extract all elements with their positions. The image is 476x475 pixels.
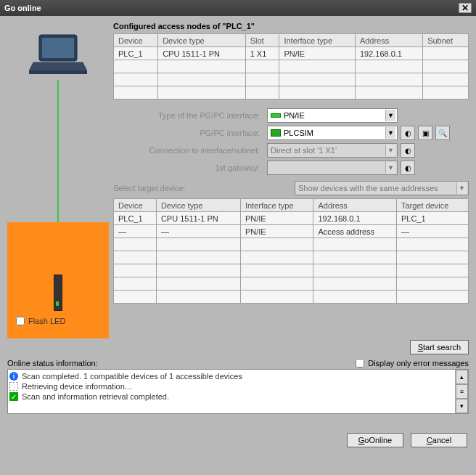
th-address: Address <box>313 199 396 212</box>
target-devices-table: Device Device type Interface type Addres… <box>113 198 469 304</box>
flash-led-input[interactable] <box>16 317 25 325</box>
plc-module-icon <box>54 275 62 311</box>
table-row <box>114 86 469 100</box>
type-interface-label: Type of the PG/PC interface: <box>113 111 264 120</box>
svg-rect-2 <box>29 71 87 74</box>
table-row <box>114 73 469 86</box>
status-message: Retrieving device information... <box>9 381 454 391</box>
table-row[interactable]: PLC_1 CPU 1511-1 PN PN/IE 192.168.0.1 PL… <box>114 212 469 225</box>
cancel-button[interactable]: Cancel <box>411 433 467 447</box>
th-subnet: Subnet <box>423 34 469 47</box>
th-interface-type: Interface type <box>240 199 313 212</box>
status-label: Online status information: <box>7 359 98 368</box>
th-address: Address <box>355 34 422 47</box>
svg-rect-1 <box>42 38 74 58</box>
check-icon: ✓ <box>9 392 18 401</box>
connection-label: Connection to interface/subnet: <box>113 146 264 155</box>
gateway-label: 1st gateway: <box>113 163 264 172</box>
table-row <box>114 291 469 304</box>
table-row <box>114 277 469 291</box>
scroll-options-button[interactable]: ≡ <box>456 384 468 399</box>
properties-icon[interactable]: ▣ <box>418 126 432 140</box>
pgpc-interface-select[interactable]: PLCSIM ▼ <box>267 126 398 140</box>
table-row <box>114 238 469 251</box>
close-icon[interactable]: ✕ <box>459 3 472 13</box>
status-list: i Scan completed. 1 compatible devices o… <box>7 369 469 414</box>
wait-icon <box>9 382 18 391</box>
start-search-button[interactable]: Start search <box>410 340 469 354</box>
gateway-select[interactable]: ▼ <box>267 161 398 175</box>
only-errors-checkbox[interactable]: Display only error messages <box>356 359 469 368</box>
info-icon: i <box>9 372 18 381</box>
refresh-icon[interactable]: ◐ <box>401 126 415 140</box>
th-device-type: Device type <box>156 199 240 212</box>
go-online-button[interactable]: GoOnline <box>347 433 403 447</box>
plcsim-icon <box>271 129 281 137</box>
scroll-up-button[interactable]: ▴ <box>456 370 468 384</box>
target-device-panel: Flash LED <box>7 222 109 338</box>
only-errors-input[interactable] <box>356 359 364 368</box>
flash-led-checkbox[interactable]: Flash LED <box>16 317 65 325</box>
table-row <box>114 60 469 73</box>
table-row[interactable]: PLC_1 CPU 1511-1 PN 1 X1 PN/IE 192.168.0… <box>114 47 469 60</box>
connection-line <box>57 80 59 222</box>
table-row[interactable]: — — PN/IE Access address — <box>114 225 469 238</box>
th-interface-type: Interface type <box>279 34 355 47</box>
refresh-icon[interactable]: ◐ <box>401 143 415 158</box>
status-message: i Scan completed. 1 compatible devices o… <box>9 371 454 381</box>
laptop-icon <box>29 33 87 77</box>
th-device-type: Device type <box>158 34 246 47</box>
title-bar: Go online ✕ <box>0 0 476 16</box>
diagnostics-icon[interactable]: 🔍 <box>435 126 450 140</box>
th-device: Device <box>114 199 157 212</box>
pgpc-interface-label: PG/PC interface: <box>113 129 264 137</box>
configured-nodes-table: Device Device type Slot Interface type A… <box>113 33 469 100</box>
flash-led-label: Flash LED <box>28 317 65 325</box>
status-message: ✓ Scan and information retrieval complet… <box>9 391 454 402</box>
pnie-icon <box>271 113 281 118</box>
table-row <box>114 251 469 264</box>
select-target-label: Select target device: <box>113 184 186 192</box>
chevron-down-icon: ▼ <box>385 127 395 139</box>
table-row <box>114 264 469 277</box>
th-target-device: Target device <box>396 199 468 212</box>
th-device: Device <box>114 34 158 47</box>
scroll-down-button[interactable]: ▾ <box>456 399 468 413</box>
th-slot: Slot <box>245 34 279 47</box>
refresh-icon[interactable]: ◐ <box>401 161 415 175</box>
type-interface-select[interactable]: PN/IE ▼ <box>267 108 398 123</box>
only-errors-label: Display only error messages <box>368 359 469 368</box>
connection-select[interactable]: Direct at slot '1 X1' ▼ <box>267 143 398 158</box>
chevron-down-icon: ▼ <box>456 182 467 194</box>
chevron-down-icon: ▼ <box>385 162 395 174</box>
select-target-filter[interactable]: Show devices with the same addresses ▼ <box>295 181 469 195</box>
chevron-down-icon: ▼ <box>385 145 395 156</box>
window-title: Go online <box>4 4 41 12</box>
chevron-down-icon: ▼ <box>385 110 395 121</box>
configured-nodes-label: Configured access nodes of "PLC_1" <box>113 22 469 31</box>
